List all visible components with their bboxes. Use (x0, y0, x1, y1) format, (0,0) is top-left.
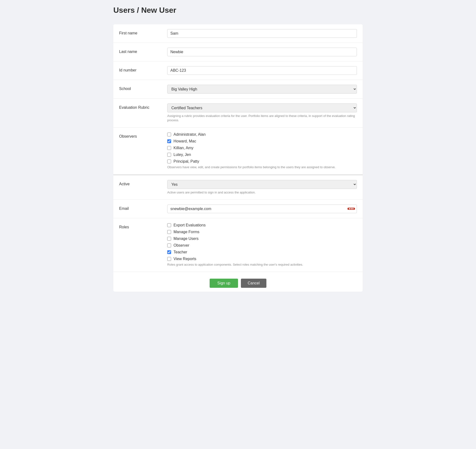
observer-checkbox-3[interactable] (167, 153, 171, 157)
active-row: Active Yes No Active users are permitted… (113, 175, 363, 200)
role-name-1: Manage Forms (174, 230, 199, 234)
email-field-wrapper (167, 205, 357, 213)
active-field: Yes No Active users are permitted to sig… (167, 180, 357, 195)
buttons-row: Sign up Cancel (113, 272, 363, 292)
role-name-0: Export Evaluations (174, 223, 206, 227)
eval-rubric-row: Evaluation Rubric Certified Teachers Adm… (113, 99, 363, 128)
id-number-row: Id number (113, 61, 363, 80)
school-label: School (119, 85, 167, 91)
eval-rubric-label: Evaluation Rubric (119, 103, 167, 110)
observer-name-1: Howard, Mac (174, 139, 196, 143)
role-name-4: Teacher (174, 250, 187, 254)
role-item-5[interactable]: View Reports (167, 257, 357, 261)
observers-label: Observers (119, 132, 167, 139)
eval-rubric-field: Certified Teachers Admin Rubric Support … (167, 103, 357, 122)
email-dot-1 (349, 208, 350, 209)
observer-name-2: Killian, Amy (174, 146, 193, 150)
eval-rubric-hint: Assigning a rubric provides evaluation c… (167, 114, 357, 122)
signup-button[interactable]: Sign up (210, 279, 238, 288)
observer-name-3: Lutey, Jen (174, 153, 191, 157)
observer-name-4: Principal, Patty (174, 159, 199, 164)
first-name-input[interactable] (167, 29, 357, 38)
first-name-field (167, 29, 357, 38)
email-row: Email (113, 200, 363, 218)
observer-item-1[interactable]: Howard, Mac (167, 139, 357, 143)
role-checkbox-2[interactable] (167, 237, 171, 241)
role-checkbox-3[interactable] (167, 244, 171, 247)
role-item-4[interactable]: Teacher (167, 250, 357, 254)
email-badge (347, 208, 355, 210)
last-name-row: Last name (113, 43, 363, 61)
school-row: School Big Valley High Central Academy N… (113, 80, 363, 99)
last-name-input[interactable] (167, 48, 357, 56)
last-name-label: Last name (119, 48, 167, 54)
role-checkbox-1[interactable] (167, 230, 171, 234)
observer-item-4[interactable]: Principal, Patty (167, 159, 357, 164)
role-item-2[interactable]: Manage Users (167, 237, 357, 241)
observer-checkbox-0[interactable] (167, 133, 171, 136)
role-item-0[interactable]: Export Evaluations (167, 223, 357, 227)
first-name-label: First name (119, 29, 167, 35)
roles-label: Roles (119, 223, 167, 229)
role-name-2: Manage Users (174, 237, 199, 241)
roles-hint: Roles grant access to application compon… (167, 263, 357, 267)
role-checkbox-0[interactable] (167, 223, 171, 227)
active-select[interactable]: Yes No (167, 180, 357, 189)
form-section: First name Last name Id number School B (113, 24, 363, 292)
page-title: Users / New User (113, 6, 363, 17)
observer-checkbox-4[interactable] (167, 160, 171, 163)
observer-item-0[interactable]: Administrator, Alan (167, 132, 357, 137)
id-number-input[interactable] (167, 66, 357, 75)
roles-list: Export Evaluations Manage Forms Manage U… (167, 223, 357, 261)
observers-row: Observers Administrator, Alan Howard, Ma… (113, 128, 363, 174)
role-checkbox-5[interactable] (167, 257, 171, 261)
email-field (167, 205, 357, 213)
email-dot-3 (352, 208, 354, 209)
roles-field: Export Evaluations Manage Forms Manage U… (167, 223, 357, 267)
observer-name-0: Administrator, Alan (174, 132, 206, 137)
email-input[interactable] (167, 205, 357, 213)
email-dot-2 (351, 208, 352, 209)
role-item-3[interactable]: Observer (167, 243, 357, 248)
role-name-5: View Reports (174, 257, 196, 261)
role-item-1[interactable]: Manage Forms (167, 230, 357, 234)
roles-row: Roles Export Evaluations Manage Forms Ma… (113, 218, 363, 272)
id-number-field (167, 66, 357, 75)
observers-field: Administrator, Alan Howard, Mac Killian,… (167, 132, 357, 169)
eval-rubric-select[interactable]: Certified Teachers Admin Rubric Support … (167, 103, 357, 112)
observer-item-2[interactable]: Killian, Amy (167, 146, 357, 150)
last-name-field (167, 48, 357, 56)
observers-hint: Observers have view, edit, and create pe… (167, 165, 357, 169)
school-field: Big Valley High Central Academy North Hi… (167, 85, 357, 94)
observers-list: Administrator, Alan Howard, Mac Killian,… (167, 132, 357, 164)
active-hint: Active users are permitted to sign in an… (167, 190, 357, 195)
school-select[interactable]: Big Valley High Central Academy North Hi… (167, 85, 357, 94)
page-container: Users / New User First name Last name Id… (106, 0, 370, 449)
observer-item-3[interactable]: Lutey, Jen (167, 153, 357, 157)
cancel-button[interactable]: Cancel (241, 279, 266, 288)
role-checkbox-4[interactable] (167, 250, 171, 254)
email-label: Email (119, 205, 167, 211)
first-name-row: First name (113, 24, 363, 43)
active-label: Active (119, 180, 167, 186)
observer-checkbox-2[interactable] (167, 146, 171, 150)
observer-checkbox-1[interactable] (167, 139, 171, 143)
role-name-3: Observer (174, 243, 189, 248)
id-number-label: Id number (119, 66, 167, 72)
